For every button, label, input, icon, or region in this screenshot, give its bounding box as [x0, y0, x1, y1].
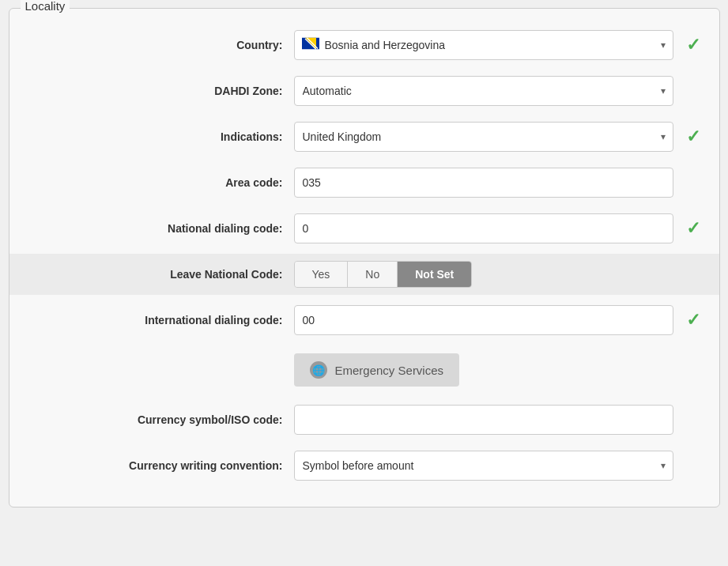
national-dialing-code-control: ✓ [294, 213, 703, 243]
international-dialing-code-label: International dialing code: [25, 314, 294, 326]
indications-control: Automatic United Kingdom United States ▾… [294, 122, 703, 152]
indications-check-icon: ✓ [686, 126, 700, 147]
dahdi-zone-row: DAHDI Zone: Automatic United Kingdom Uni… [25, 70, 703, 111]
national-dialing-code-row: National dialing code: ✓ [25, 208, 703, 249]
dahdi-zone-select[interactable]: Automatic United Kingdom United States [294, 76, 673, 106]
international-dialing-check-icon: ✓ [686, 310, 700, 330]
dahdi-zone-control: Automatic United Kingdom United States ▾ [294, 76, 703, 106]
country-control: Bosnia and Herzegovina United Kingdom Un… [294, 30, 703, 60]
international-dialing-code-input[interactable] [294, 305, 673, 335]
national-dialing-check-icon: ✓ [686, 218, 700, 239]
country-label: Country: [25, 39, 294, 51]
currency-symbol-control [294, 405, 703, 435]
country-select[interactable]: Bosnia and Herzegovina United Kingdom Un… [294, 30, 673, 60]
currency-convention-select-wrapper: Symbol before amount Amount before symbo… [294, 451, 673, 481]
leave-national-code-yes-button[interactable]: Yes [295, 262, 349, 287]
country-check-icon: ✓ [686, 35, 700, 55]
currency-symbol-input[interactable] [294, 405, 673, 435]
leave-national-code-label: Leave National Code: [25, 268, 294, 281]
dahdi-zone-label: DAHDI Zone: [25, 85, 294, 97]
international-dialing-code-control: ✓ [294, 305, 703, 335]
currency-convention-row: Currency writing convention: Symbol befo… [25, 445, 703, 486]
national-dialing-code-input[interactable] [294, 213, 673, 243]
indications-row: Indications: Automatic United Kingdom Un… [25, 116, 703, 157]
dahdi-zone-select-wrapper: Automatic United Kingdom United States ▾ [294, 76, 673, 106]
international-dialing-code-row: International dialing code: ✓ [25, 300, 703, 341]
emergency-services-label: Emergency Services [335, 364, 444, 377]
leave-national-code-control: Yes No Not Set [294, 261, 703, 288]
currency-convention-label: Currency writing convention: [25, 459, 294, 472]
national-dialing-code-label: National dialing code: [25, 222, 294, 235]
area-code-row: Area code: [25, 162, 703, 203]
leave-national-code-no-button[interactable]: No [348, 262, 398, 287]
currency-convention-control: Symbol before amount Amount before symbo… [294, 451, 703, 481]
emergency-services-icon: 🌐 [310, 361, 327, 379]
emergency-services-control: 🌐 Emergency Services [294, 350, 703, 390]
currency-symbol-label: Currency symbol/ISO code: [25, 413, 294, 426]
panel-title: Locality [21, 0, 70, 13]
leave-national-code-toggle: Yes No Not Set [294, 261, 473, 288]
area-code-input[interactable] [294, 168, 673, 198]
emergency-services-row: 🌐 Emergency Services [25, 345, 703, 394]
emergency-services-button[interactable]: 🌐 Emergency Services [294, 353, 460, 387]
area-code-label: Area code: [25, 176, 294, 189]
leave-national-code-not-set-button[interactable]: Not Set [398, 262, 471, 287]
country-select-wrapper: Bosnia and Herzegovina United Kingdom Un… [294, 30, 673, 60]
indications-select-wrapper: Automatic United Kingdom United States ▾ [294, 122, 673, 152]
currency-convention-select[interactable]: Symbol before amount Amount before symbo… [294, 451, 673, 481]
locality-panel: Locality Country: Bosnia and Herzegovina… [9, 8, 720, 508]
indications-select[interactable]: Automatic United Kingdom United States [294, 122, 673, 152]
currency-symbol-row: Currency symbol/ISO code: [25, 399, 703, 440]
area-code-control [294, 168, 703, 198]
indications-label: Indications: [25, 130, 294, 143]
leave-national-code-row: Leave National Code: Yes No Not Set [9, 254, 719, 295]
country-row: Country: Bosnia and Herzegovina United K… [25, 25, 703, 66]
